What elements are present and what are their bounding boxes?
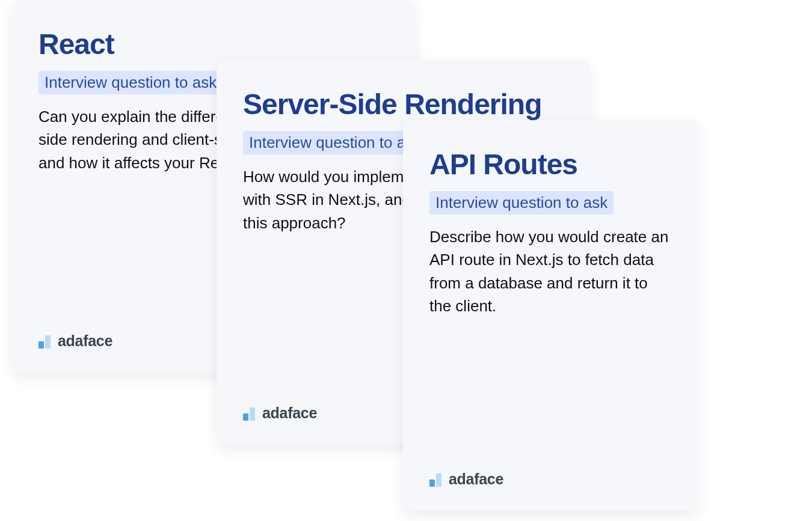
adaface-icon [429, 472, 444, 487]
brand-logo: adaface [429, 471, 671, 488]
adaface-icon [243, 406, 257, 421]
brand-name: adaface [262, 404, 317, 422]
brand-name: adaface [449, 471, 503, 488]
card-body-text: Describe how you would create an API rou… [429, 225, 671, 471]
card-title: API Routes [429, 149, 671, 180]
card-title: React [38, 29, 389, 60]
card-title: Server-Side Rendering [243, 89, 563, 120]
card-subtitle-badge: Interview question to ask [38, 71, 223, 94]
card-subtitle-badge: Interview question to ask [243, 131, 427, 154]
card-subtitle-badge: Interview question to ask [429, 191, 614, 215]
brand-name: adaface [58, 332, 112, 350]
adaface-icon [38, 334, 53, 349]
interview-card-api-routes: API Routes Interview question to ask Des… [403, 120, 698, 511]
